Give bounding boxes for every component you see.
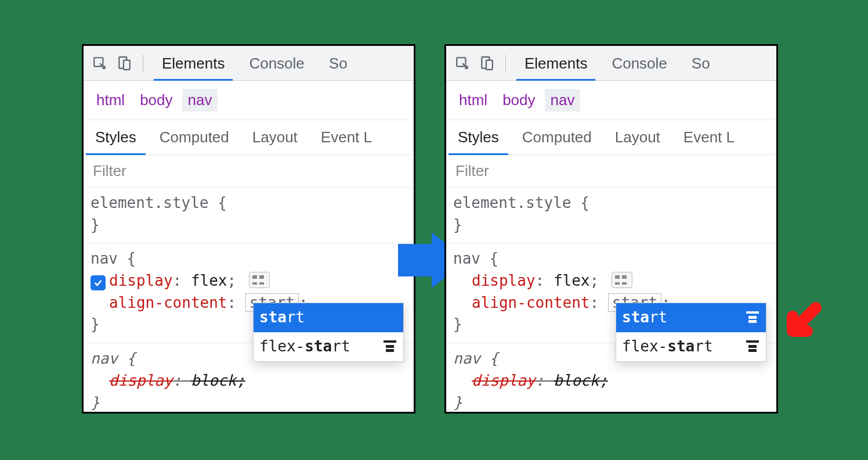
element-style-close: } xyxy=(453,216,462,233)
align-start-icon xyxy=(382,340,397,353)
subtab-computed[interactable]: Computed xyxy=(511,120,603,154)
element-style-header: element.style { xyxy=(91,194,227,211)
subtab-events-partial[interactable]: Event L xyxy=(672,120,746,154)
nav-rule-block[interactable]: nav { display: flex; align-content: star… xyxy=(446,243,776,343)
ac-match: sta xyxy=(622,308,649,326)
device-icon[interactable] xyxy=(114,53,135,74)
autocomplete-popup: start flex-start xyxy=(253,303,404,361)
devtools-panel-after: Elements Console So html body nav Styles… xyxy=(444,44,778,414)
subtab-styles[interactable]: Styles xyxy=(84,120,148,154)
ac-rest: rt xyxy=(695,337,713,355)
nav-selector: nav { xyxy=(453,250,498,267)
breadcrumb: html body nav xyxy=(446,81,776,120)
tab-elements[interactable]: Elements xyxy=(514,45,598,81)
nav-close: } xyxy=(91,315,100,333)
filter-input[interactable]: Filter xyxy=(446,155,776,188)
devtools-toolbar: Elements Console So xyxy=(446,46,776,81)
prop-display[interactable]: display xyxy=(109,272,173,289)
element-style-header: element.style { xyxy=(453,194,589,211)
svg-rect-2 xyxy=(124,60,130,69)
subtab-layout[interactable]: Layout xyxy=(241,120,309,154)
crumb-html[interactable]: html xyxy=(91,89,131,112)
autocomplete-item-flex-start[interactable]: flex-start xyxy=(254,332,403,361)
filter-input[interactable]: Filter xyxy=(84,155,414,188)
element-style-block[interactable]: element.style { } xyxy=(446,188,776,243)
devtools-toolbar: Elements Console So xyxy=(84,46,414,81)
ua-nav-selector: nav { xyxy=(453,350,498,367)
align-start-icon xyxy=(745,311,760,324)
autocomplete-popup: start flex-start xyxy=(616,303,766,361)
devtools-panel-before: Elements Console So html body nav Styles… xyxy=(82,44,415,414)
tab-console[interactable]: Console xyxy=(601,45,677,81)
inspect-icon[interactable] xyxy=(452,53,473,74)
nav-rule-block[interactable]: nav { display: flex; align-content: star… xyxy=(84,243,414,343)
ac-pre: flex- xyxy=(259,337,305,355)
ua-val-block: block; xyxy=(554,372,608,389)
crumb-html[interactable]: html xyxy=(453,89,493,112)
property-checkbox[interactable] xyxy=(91,275,106,290)
crumb-nav[interactable]: nav xyxy=(182,89,218,112)
comparison-arrow-tail xyxy=(398,244,433,276)
tab-sources-partial[interactable]: So xyxy=(681,45,721,81)
prop-align-content[interactable]: align-content xyxy=(472,294,590,311)
ua-nav-close: } xyxy=(453,394,462,411)
tab-elements[interactable]: Elements xyxy=(151,45,235,81)
align-start-icon xyxy=(745,340,760,353)
ac-rest: rt xyxy=(287,308,305,326)
tab-sources-partial[interactable]: So xyxy=(319,45,358,81)
inspect-icon[interactable] xyxy=(89,53,110,74)
subtab-computed[interactable]: Computed xyxy=(148,120,241,154)
svg-rect-5 xyxy=(486,60,493,69)
subtab-events-partial[interactable]: Event L xyxy=(309,120,384,154)
ac-pre: flex- xyxy=(622,337,667,355)
crumb-body[interactable]: body xyxy=(497,89,541,112)
flex-editor-icon[interactable] xyxy=(612,272,632,288)
tab-console[interactable]: Console xyxy=(238,45,314,81)
autocomplete-item-start[interactable]: start xyxy=(616,303,766,332)
subtab-styles[interactable]: Styles xyxy=(446,120,511,154)
ua-val-block: block; xyxy=(191,372,245,389)
ua-nav-close: } xyxy=(91,394,100,411)
prop-align-content[interactable]: align-content xyxy=(109,294,227,311)
ac-rest: rt xyxy=(649,308,667,326)
ac-match: sta xyxy=(305,337,332,355)
crumb-nav[interactable]: nav xyxy=(545,89,581,112)
ac-match: sta xyxy=(667,337,695,355)
ua-prop-display: display xyxy=(109,372,173,389)
ua-prop-display: display xyxy=(472,372,536,389)
prop-display[interactable]: display xyxy=(472,272,536,289)
ua-nav-selector: nav { xyxy=(91,350,136,367)
toolbar-divider xyxy=(143,55,143,72)
breadcrumb: html body nav xyxy=(84,81,414,120)
toolbar-divider xyxy=(505,55,506,72)
nav-selector: nav { xyxy=(91,250,136,267)
crumb-body[interactable]: body xyxy=(134,89,178,112)
element-style-close: } xyxy=(91,216,100,233)
nav-close: } xyxy=(453,315,462,333)
val-flex[interactable]: flex xyxy=(554,272,590,289)
autocomplete-item-start[interactable]: start xyxy=(254,303,403,332)
subtab-layout[interactable]: Layout xyxy=(603,120,672,154)
styles-subtabs: Styles Computed Layout Event L xyxy=(84,120,414,155)
element-style-block[interactable]: element.style { } xyxy=(84,188,414,243)
device-icon[interactable] xyxy=(476,53,497,74)
ac-match: sta xyxy=(259,308,287,326)
flex-editor-icon[interactable] xyxy=(249,272,270,288)
styles-subtabs: Styles Computed Layout Event L xyxy=(446,120,776,155)
callout-arrow-icon xyxy=(775,296,833,357)
autocomplete-item-flex-start[interactable]: flex-start xyxy=(616,332,766,361)
ac-rest: rt xyxy=(332,337,350,355)
val-flex[interactable]: flex xyxy=(191,272,227,289)
